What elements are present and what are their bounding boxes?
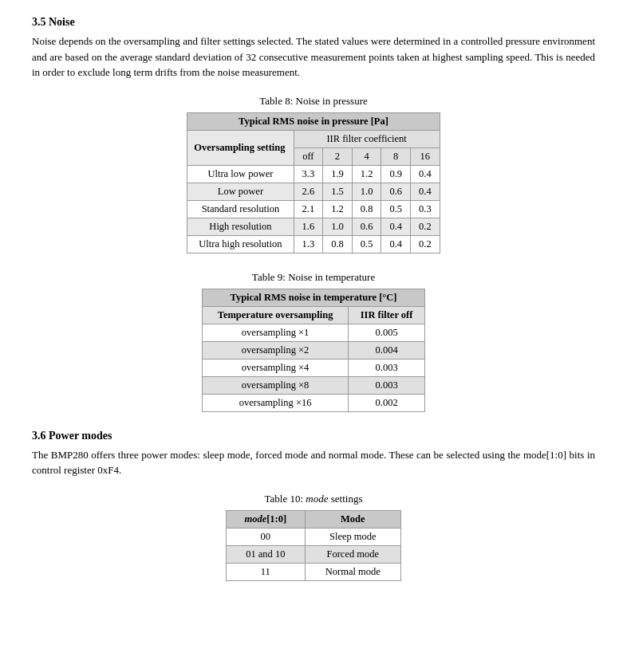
section-35-title: 3.5 Noise	[32, 16, 595, 29]
table10-col1-label: [1:0]	[266, 513, 286, 525]
table-row: Ultra high resolution1.30.80.50.40.2	[187, 235, 440, 253]
table-row: 00Sleep mode	[227, 528, 401, 545]
table8-filter-col: 16	[411, 147, 440, 165]
table9-row-label: oversampling ×1	[203, 324, 349, 341]
table9-caption: Table 9: Noise in temperature	[32, 271, 595, 284]
table8-row-label: Ultra low power	[187, 165, 294, 183]
table10-val-cell: 11	[227, 563, 306, 580]
table8-col1-header: Oversampling setting	[187, 130, 294, 165]
table8-cell: 1.2	[323, 200, 353, 218]
table10-wrapper: mode[1:0] Mode 00Sleep mode01 and 10Forc…	[32, 510, 595, 581]
section-35: 3.5 Noise Noise depends on the oversampl…	[32, 16, 595, 81]
section-35-body: Noise depends on the oversampling and fi…	[32, 33, 595, 81]
table9-main-header: Typical RMS noise in temperature [°C]	[203, 289, 425, 306]
table-row: 11Normal mode	[227, 563, 401, 580]
table8-cell: 0.4	[411, 165, 440, 183]
table8-row-label: High resolution	[187, 218, 294, 235]
table10-mode-cell: Forced mode	[305, 545, 400, 563]
table8-cell: 0.5	[352, 235, 381, 253]
table9-cell: 0.005	[349, 324, 425, 341]
section-36: 3.6 Power modes The BMP280 offers three …	[32, 430, 595, 478]
table-row: oversampling ×20.004	[203, 341, 425, 359]
table8-cell: 0.2	[411, 235, 440, 253]
table-row: oversampling ×80.003	[203, 376, 425, 394]
table9-cell: 0.004	[349, 341, 425, 359]
table8-cell: 0.9	[381, 165, 411, 183]
table8-wrapper: Typical RMS noise in pressure [Pa] Overs…	[32, 112, 595, 253]
section-36-body: The BMP280 offers three power modes: sle…	[32, 447, 595, 478]
table-row: Ultra low power3.31.91.20.90.4	[187, 165, 440, 183]
table8-filter-col: 4	[352, 147, 381, 165]
table-row: Low power2.61.51.00.60.4	[187, 183, 440, 200]
table10-mode-cell: Normal mode	[305, 563, 400, 580]
table8-cell: 2.6	[294, 183, 323, 200]
table8-cell: 1.3	[294, 235, 323, 253]
table9-cell: 0.003	[349, 359, 425, 376]
table-row: oversampling ×160.002	[203, 394, 425, 411]
table9-cell: 0.002	[349, 394, 425, 411]
table8-cell: 1.0	[352, 183, 381, 200]
section-36-title: 3.6 Power modes	[32, 430, 595, 442]
table9-col2-header: IIR filter off	[349, 306, 425, 324]
table9-row-label: oversampling ×2	[203, 341, 349, 359]
table10-val-cell: 01 and 10	[227, 545, 306, 563]
table9-row-label: oversampling ×16	[203, 394, 349, 411]
table8-cell: 0.2	[411, 218, 440, 235]
table10: mode[1:0] Mode 00Sleep mode01 and 10Forc…	[226, 510, 401, 581]
table8-row-label: Low power	[187, 183, 294, 200]
table8-body: Ultra low power3.31.91.20.90.4Low power2…	[187, 165, 440, 253]
table10-caption: Table 10: mode settings	[32, 493, 595, 505]
table10-col1-header: mode[1:0]	[227, 510, 306, 528]
table10-body: 00Sleep mode01 and 10Forced mode11Normal…	[227, 528, 401, 580]
table8-cell: 0.5	[381, 200, 411, 218]
table10-mode-cell: Sleep mode	[305, 528, 400, 545]
table-row: oversampling ×40.003	[203, 359, 425, 376]
table8-cell: 1.9	[323, 165, 353, 183]
table8-cell: 1.5	[323, 183, 353, 200]
table9-cell: 0.003	[349, 376, 425, 394]
table8: Typical RMS noise in pressure [Pa] Overs…	[187, 112, 440, 253]
table8-main-header: Typical RMS noise in pressure [Pa]	[187, 112, 440, 130]
table10-val-cell: 00	[227, 528, 306, 545]
table8-cell: 1.2	[352, 165, 381, 183]
table8-cell: 0.8	[352, 200, 381, 218]
table8-row-label: Ultra high resolution	[187, 235, 294, 253]
table8-sub-header: IIR filter coefficient	[294, 130, 440, 147]
table10-col2-header: Mode	[305, 510, 400, 528]
table8-cell: 0.8	[323, 235, 353, 253]
table9: Typical RMS noise in temperature [°C] Te…	[202, 289, 425, 412]
table9-wrapper: Typical RMS noise in temperature [°C] Te…	[32, 289, 595, 412]
table9-row-label: oversampling ×8	[203, 376, 349, 394]
table8-cell: 0.4	[411, 183, 440, 200]
table-row: High resolution1.61.00.60.40.2	[187, 218, 440, 235]
table-row: 01 and 10Forced mode	[227, 545, 401, 563]
table8-cell: 1.0	[323, 218, 353, 235]
table8-cell: 0.3	[411, 200, 440, 218]
table9-body: oversampling ×10.005oversampling ×20.004…	[203, 324, 425, 411]
table8-filter-col: off	[294, 147, 323, 165]
table9-col1-header: Temperature oversampling	[203, 306, 349, 324]
table8-filter-col: 8	[381, 147, 411, 165]
table8-cell: 2.1	[294, 200, 323, 218]
table9-row-label: oversampling ×4	[203, 359, 349, 376]
table-row: Standard resolution2.11.20.80.50.3	[187, 200, 440, 218]
table8-cell: 1.6	[294, 218, 323, 235]
table-row: oversampling ×10.005	[203, 324, 425, 341]
table8-filter-col: 2	[323, 147, 353, 165]
table8-cell: 3.3	[294, 165, 323, 183]
table8-row-label: Standard resolution	[187, 200, 294, 218]
table8-caption: Table 8: Noise in pressure	[32, 95, 595, 108]
table8-cell: 0.6	[381, 183, 411, 200]
table8-cell: 0.6	[352, 218, 381, 235]
table8-cell: 0.4	[381, 218, 411, 235]
table8-cell: 0.4	[381, 235, 411, 253]
